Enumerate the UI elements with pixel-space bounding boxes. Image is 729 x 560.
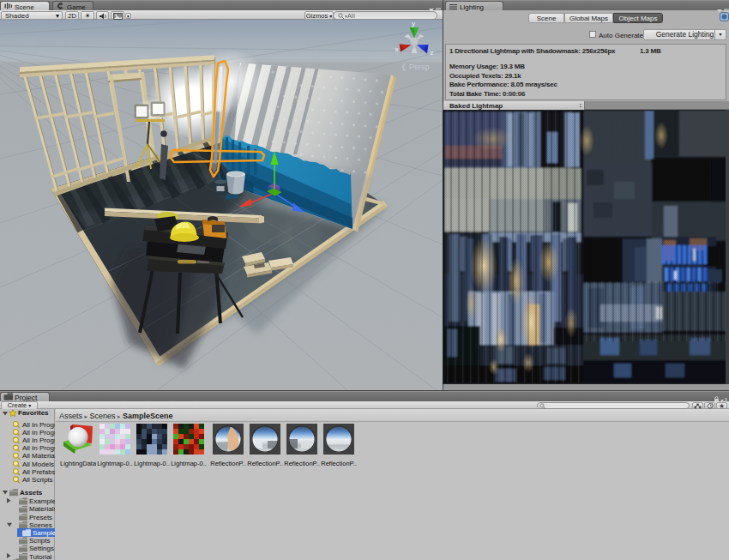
- svg-text:z: z: [431, 49, 434, 57]
- svg-text:❬ Persp: ❬ Persp: [401, 63, 430, 72]
- svg-text:y: y: [412, 20, 415, 27]
- svg-text:x: x: [395, 45, 399, 53]
